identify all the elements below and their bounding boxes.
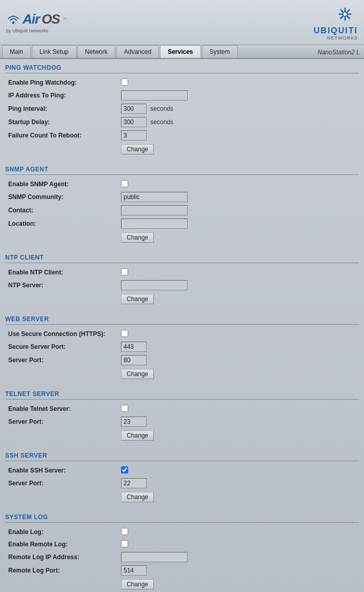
section-snmp-agent: SNMP AGENT Enable SNMP Agent: SNMP Commu… [5, 166, 359, 245]
ssh-port-input[interactable] [121, 478, 147, 488]
snmp-community-label: SNMP Community: [8, 193, 121, 201]
startup-delay-control: seconds [121, 117, 356, 127]
failure-count-control [121, 130, 356, 141]
log-enable-label: Enable Log: [8, 528, 121, 536]
telnet-server-title: TELNET SERVER [5, 390, 359, 400]
ping-interval-input[interactable] [121, 104, 147, 114]
ntp-enable-row: Enable NTP Client: [5, 266, 359, 279]
ip-to-ping-input[interactable] [121, 90, 188, 101]
remote-log-port-label: Remote Log Port: [8, 567, 121, 574]
server-port-web-input[interactable] [121, 355, 147, 365]
snmp-enable-row: Enable SNMP Agent: [5, 178, 359, 190]
snmp-change-button[interactable]: Change [121, 232, 154, 243]
ntp-server-input[interactable] [121, 280, 188, 290]
svg-point-5 [343, 12, 347, 16]
ssh-server-title: SSH SERVER [5, 452, 359, 461]
ssh-port-row: Server Port: [5, 477, 359, 490]
ntp-enable-checkbox[interactable] [121, 268, 128, 275]
tab-link-setup[interactable]: Link Setup [32, 45, 76, 58]
snmp-community-control [121, 192, 356, 202]
https-enable-checkbox[interactable] [121, 330, 128, 337]
device-name: NanoStation2 L [317, 49, 364, 58]
snmp-location-row: Location: [5, 217, 359, 230]
section-telnet-server: TELNET SERVER Enable Telnet Server: Serv… [5, 390, 359, 443]
failure-count-input[interactable] [121, 130, 147, 141]
remote-log-ip-input[interactable] [121, 552, 188, 562]
system-log-change-button[interactable]: Change [121, 579, 154, 589]
airos-logo: AirOS ™ [6, 11, 67, 27]
ssh-enable-label: Enable SSH Server: [8, 467, 121, 474]
startup-delay-row: Startup Delay: seconds [5, 115, 359, 129]
telnet-port-input[interactable] [121, 417, 147, 427]
ntp-change-button[interactable]: Change [121, 294, 154, 304]
logo-subtitle: by Ubiquiti Networks [6, 28, 67, 33]
nav-tabs: Main Link Setup Network Advanced Service… [2, 45, 238, 58]
ping-watchdog-change-button[interactable]: Change [121, 144, 154, 154]
ping-interval-control: seconds [121, 104, 356, 114]
tab-network[interactable]: Network [77, 45, 115, 58]
ubiquiti-networks: NETWORKS [314, 35, 358, 41]
snmp-location-control [121, 219, 356, 229]
tab-advanced[interactable]: Advanced [116, 45, 159, 58]
remote-log-enable-checkbox[interactable] [121, 540, 128, 547]
ubiquiti-logo: UBiQUiTi NETWORKS [314, 4, 358, 41]
ssh-enable-checkbox[interactable] [121, 466, 128, 473]
secure-port-control [121, 342, 356, 352]
ntp-server-label: NTP Server: [8, 282, 121, 289]
snmp-contact-input[interactable] [121, 205, 188, 215]
ubiquiti-brand: UBiQUiTi [314, 26, 358, 35]
snmp-enable-control [121, 180, 356, 189]
ssh-change-button[interactable]: Change [121, 492, 154, 502]
ssh-enable-control [121, 466, 356, 475]
remote-log-port-input[interactable] [121, 565, 147, 576]
tab-main[interactable]: Main [2, 45, 31, 58]
ntp-server-control [121, 280, 356, 290]
telnet-enable-control [121, 405, 356, 413]
tab-system[interactable]: System [202, 45, 238, 58]
snmp-contact-label: Contact: [8, 207, 121, 214]
snmp-btn-row: Change [5, 230, 359, 245]
remote-log-enable-row: Enable Remote Log: [5, 538, 359, 550]
telnet-change-button[interactable]: Change [121, 430, 154, 441]
server-port-web-label: Server Port: [8, 357, 121, 364]
ip-to-ping-control [121, 90, 356, 101]
server-port-web-control [121, 355, 356, 365]
web-server-change-button[interactable]: Change [121, 369, 154, 379]
ssh-port-label: Server Port: [8, 480, 121, 487]
ping-watchdog-btn-row: Change [5, 142, 359, 156]
failure-count-row: Failure Count To Reboot: [5, 129, 359, 142]
telnet-enable-checkbox[interactable] [121, 405, 128, 412]
ssh-btn-row: Change [5, 490, 359, 504]
startup-delay-unit: seconds [150, 119, 173, 126]
tab-services[interactable]: Services [160, 45, 200, 58]
section-web-server: WEB SERVER Use Secure Connection (HTTPS)… [5, 315, 359, 381]
telnet-port-label: Server Port: [8, 418, 121, 425]
ping-watchdog-enable-control [121, 78, 356, 87]
log-enable-row: Enable Log: [5, 526, 359, 538]
ntp-enable-label: Enable NTP Client: [8, 269, 121, 276]
ntp-client-title: NTP CLIENT [5, 254, 359, 263]
snmp-community-input[interactable] [121, 192, 188, 202]
snmp-location-label: Location: [8, 220, 121, 227]
telnet-enable-label: Enable Telnet Server: [8, 405, 121, 412]
snmp-location-input[interactable] [121, 219, 188, 229]
snmp-enable-label: Enable SNMP Agent: [8, 181, 121, 188]
remote-log-enable-control [121, 540, 356, 549]
ntp-server-row: NTP Server: [5, 279, 359, 292]
https-enable-control [121, 330, 356, 339]
section-ssh-server: SSH SERVER Enable SSH Server: Server Por… [5, 452, 359, 504]
startup-delay-label: Startup Delay: [8, 119, 121, 126]
ping-watchdog-enable-row: Enable Ping Watchdog: [5, 76, 359, 89]
telnet-port-control [121, 417, 356, 427]
section-ntp-client: NTP CLIENT Enable NTP Client: NTP Server… [5, 254, 359, 306]
ping-watchdog-enable-checkbox[interactable] [121, 78, 128, 86]
startup-delay-input[interactable] [121, 117, 147, 127]
ping-watchdog-enable-label: Enable Ping Watchdog: [8, 79, 121, 86]
ping-watchdog-title: PING WATCHDOG [5, 64, 359, 73]
log-enable-checkbox[interactable] [121, 528, 128, 535]
remote-log-ip-label: Remote Log IP Address: [8, 554, 121, 561]
snmp-enable-checkbox[interactable] [121, 180, 128, 187]
secure-port-label: Secure Server Port: [8, 343, 121, 350]
secure-port-input[interactable] [121, 342, 147, 352]
snmp-community-row: SNMP Community: [5, 190, 359, 204]
